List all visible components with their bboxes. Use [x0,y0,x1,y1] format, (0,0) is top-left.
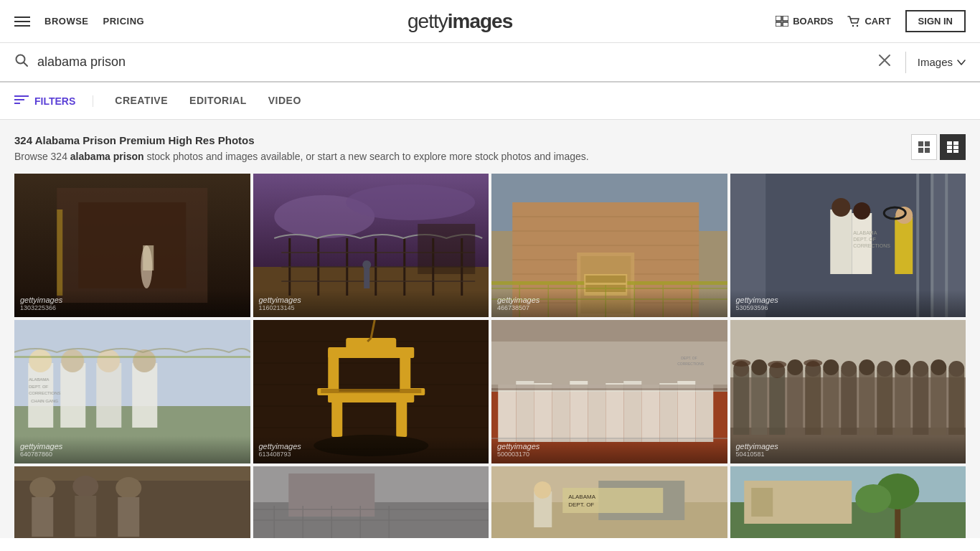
search-input[interactable] [37,55,878,70]
image-id: 50410581 [736,451,961,458]
svg-rect-195 [562,488,663,513]
image-cell[interactable]: DEPT. OF CORRECTIONS gettyimages 5000031… [491,320,727,463]
svg-point-155 [823,359,839,375]
svg-rect-116 [346,338,396,352]
svg-point-28 [346,184,475,220]
image-overlay: gettyimages 640787860 [14,436,250,463]
image-cell[interactable] [253,466,489,538]
svg-point-207 [855,484,891,513]
browse-link[interactable]: BROWSE [44,16,89,27]
svg-point-147 [751,359,767,375]
svg-point-151 [787,359,803,375]
svg-rect-168 [948,370,964,435]
cart-button[interactable]: CART [847,16,890,27]
svg-rect-3 [783,22,788,27]
svg-rect-160 [877,370,892,435]
logo-regular: getty [407,10,448,32]
main-header: BROWSE PRICING gettyimages BOARDS CART S… [0,0,980,43]
header-left: BROWSE PRICING [14,16,144,27]
clear-search-icon[interactable] [878,54,891,70]
svg-rect-128 [588,385,606,442]
hamburger-menu-icon[interactable] [14,17,30,27]
watermark: gettyimages [736,442,961,451]
grid-view-button[interactable] [911,134,937,160]
svg-rect-113 [331,401,342,437]
svg-rect-11 [947,141,952,145]
sign-in-button[interactable]: SIGN IN [905,10,966,32]
svg-text:DEPT. OF: DEPT. OF [853,237,876,242]
desc-prefix: Browse 324 [14,151,70,162]
svg-rect-41 [418,224,475,274]
image-cell[interactable]: gettyimages 1160213145 [253,174,489,317]
image-id: 466738507 [497,304,722,311]
svg-point-175 [29,477,55,499]
svg-point-179 [116,477,141,499]
svg-rect-16 [953,150,958,153]
svg-rect-152 [805,370,821,435]
svg-rect-72 [830,209,852,274]
image-cell[interactable]: gettyimages 466738507 [491,174,727,317]
svg-point-73 [831,198,850,217]
svg-point-177 [72,476,98,497]
svg-point-165 [913,361,928,377]
svg-text:DEPT. OF: DEPT. OF [29,385,48,389]
svg-rect-158 [859,369,875,435]
svg-rect-156 [841,370,857,435]
boards-icon [776,16,788,27]
watermark: gettyimages [497,442,722,451]
watermark: gettyimages [259,296,484,304]
image-cell[interactable] [14,466,250,538]
pricing-link[interactable]: PRICING [103,16,145,27]
svg-rect-56 [585,276,626,283]
svg-rect-144 [733,370,749,435]
svg-rect-204 [751,488,773,517]
image-id: 1303225366 [20,304,245,311]
compact-view-button[interactable] [940,134,966,160]
svg-rect-22 [143,245,154,270]
image-id: 1160213145 [259,304,484,311]
tab-video[interactable]: VIDEO [268,95,301,108]
image-cell[interactable]: gettyimages 1303225366 [14,174,250,317]
svg-rect-13 [947,146,952,149]
cart-label: CART [864,16,890,27]
svg-rect-23 [57,209,62,296]
filter-bar: FILTERS CREATIVE EDITORIAL VIDEO [0,83,980,120]
filters-button[interactable]: FILTERS [14,95,93,107]
compact-icon [946,141,959,154]
svg-rect-125 [534,383,552,442]
image-thumbnail [730,466,966,538]
tab-editorial[interactable]: EDITORIAL [189,95,247,108]
image-cell[interactable]: ALABAMA DEPT. OF CORRECTIONS gettyimages… [730,174,966,317]
image-thumbnail [14,466,250,538]
image-cell[interactable]: ALABAMA DEPT. OF [491,466,727,538]
boards-button[interactable]: BOARDS [776,16,833,27]
watermark: gettyimages [259,442,484,451]
svg-rect-10 [925,148,930,153]
image-id: 640787860 [20,451,245,458]
logo[interactable]: gettyimages [407,10,512,33]
svg-rect-70 [895,217,913,274]
svg-rect-39 [364,267,369,288]
results-area: 324 Alabama Prison Premium High Res Phot… [0,120,980,538]
chevron-down-icon [957,60,966,65]
svg-rect-86 [28,363,53,428]
image-cell[interactable]: ALABAMA DEPT. OF CORRECTIONS CHAIN GANG [14,320,250,463]
svg-rect-178 [75,496,96,537]
svg-point-159 [859,359,875,375]
image-cell[interactable]: gettyimages 613408793 [253,320,489,463]
image-row-1: gettyimages 1303225366 [14,174,966,317]
images-dropdown[interactable]: Images [918,56,966,68]
image-id: 500003170 [497,451,722,458]
svg-rect-131 [641,385,659,442]
image-thumbnail [253,466,489,538]
svg-point-97 [133,349,156,372]
image-cell[interactable]: gettyimages 50410581 [730,320,966,463]
header-right: BOARDS CART SIGN IN [776,10,966,32]
svg-rect-123 [498,385,516,442]
svg-point-95 [97,349,120,372]
search-icon [14,53,29,71]
svg-point-172 [804,359,822,367]
image-cell[interactable] [730,466,966,538]
svg-point-93 [61,349,84,372]
tab-creative[interactable]: CREATIVE [115,95,168,108]
